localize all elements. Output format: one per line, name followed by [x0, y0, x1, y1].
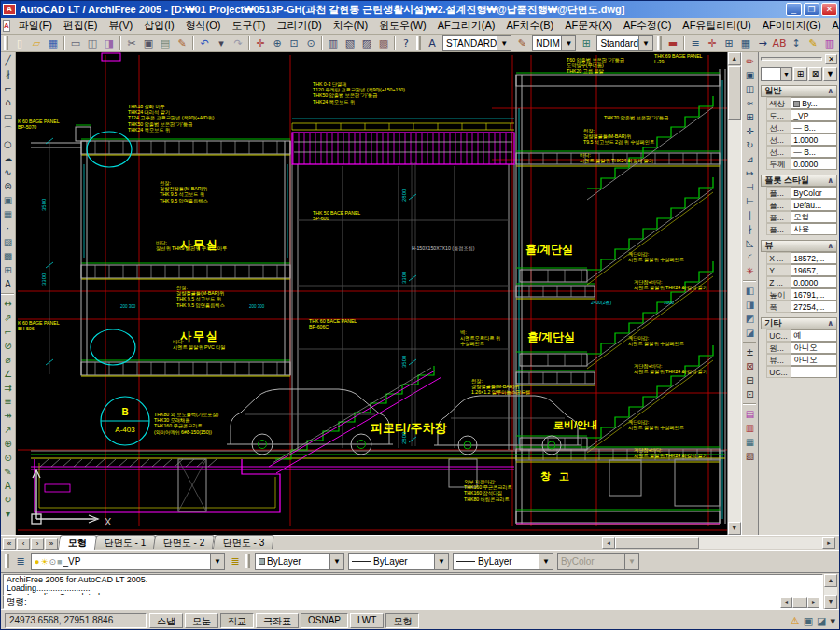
copy-button[interactable]: ▣ — [140, 35, 157, 51]
chevron-down-icon[interactable]: ▼ — [497, 36, 511, 50]
menu-item-AF이미지G[interactable]: AF이미지(G) — [757, 18, 827, 34]
scrollbar-thumb[interactable] — [728, 66, 741, 120]
text-style-combo[interactable]: STANDARD ▼ — [442, 35, 511, 51]
dim-diameter-button[interactable]: ⌀ — [1, 353, 15, 367]
dim-style-button[interactable]: ▾ — [1, 507, 15, 521]
scrollbar-thumb[interactable] — [615, 537, 699, 549]
revision-button[interactable]: ⊡ — [742, 387, 757, 401]
af-screen-button[interactable]: ▬ — [665, 35, 681, 51]
match-properties-button[interactable]: ✎ — [174, 35, 190, 51]
revcloud-button[interactable]: ☁ — [1, 151, 15, 165]
menu-item-그리기D[interactable]: 그리기(D) — [272, 18, 328, 34]
chevron-up-icon[interactable]: ∧ — [827, 176, 833, 185]
scrollbar-thumb[interactable] — [792, 597, 807, 608]
toggle-pickadd-button[interactable]: ▼ — [823, 67, 837, 81]
break-point-button[interactable]: ∣ — [742, 208, 757, 222]
table-button[interactable]: ⊞ — [1, 263, 15, 277]
scroll-right-icon[interactable]: ▸ — [822, 537, 835, 549]
draworder-front-button[interactable]: ◧ — [742, 284, 757, 298]
scale-button[interactable]: ⊿ — [742, 152, 757, 166]
af-tool1-button[interactable]: ▤ — [742, 407, 757, 421]
palette-section-header[interactable]: 뷰∧ — [761, 240, 837, 252]
command-hscroll[interactable]: ◂ ▸ — [780, 597, 819, 608]
command-scrollbar[interactable]: ▲ ▼ — [824, 574, 837, 609]
point-button[interactable]: · — [1, 221, 15, 235]
menu-item-편집E[interactable]: 편집(E) — [58, 18, 104, 34]
chevron-up-icon[interactable]: ∧ — [827, 319, 833, 328]
dim-aligned-button[interactable]: ⇗ — [1, 311, 15, 325]
rotate-button[interactable]: ↻ — [742, 138, 757, 152]
menu-item-파일F[interactable]: 파일(F) — [13, 18, 58, 34]
quick-select-button[interactable]: ⊞ — [793, 67, 807, 81]
menu-item-AF치수B[interactable]: AF치수(B) — [501, 18, 560, 34]
measure-button[interactable]: ⊟ — [742, 373, 757, 387]
plot-button[interactable]: ▭ — [67, 35, 84, 51]
af-layer-button[interactable]: ≡ — [687, 35, 704, 51]
layout-tab-단면도-3[interactable]: 단면도 - 3 — [213, 535, 275, 549]
designcenter-button[interactable]: ▧ — [342, 35, 358, 51]
undo-button[interactable]: ↶ — [196, 35, 213, 51]
table-style-combo[interactable]: Standard ▼ — [596, 35, 653, 51]
chevron-up-icon[interactable]: ∧ — [827, 87, 833, 95]
calc-button[interactable]: ± — [742, 345, 757, 359]
scroll-down-icon[interactable]: ▼ — [824, 595, 837, 609]
tab-nav-button-1[interactable]: ‹ — [17, 538, 30, 550]
center-mark-button[interactable]: ⊙ — [1, 451, 15, 465]
pan-button[interactable]: ✛ — [252, 35, 269, 51]
ellipse-button[interactable]: ⊜ — [1, 179, 15, 193]
drawing-canvas[interactable]: 사무실사무실홀/계단실홀/계단실피로티/주차장로비/안내창 고BA-403THK… — [16, 52, 727, 535]
property-value[interactable]: 16791,... — [791, 288, 837, 301]
communication-center-icon[interactable]: ⚠ — [791, 615, 800, 627]
stretch-button[interactable]: ↦ — [742, 166, 757, 180]
scroll-up-icon[interactable]: ▲ — [728, 52, 741, 65]
property-value[interactable]: By... — [791, 97, 837, 109]
hatch-button[interactable]: ▨ — [1, 235, 15, 249]
manage-xrefs-icon[interactable]: ▣ — [804, 615, 813, 627]
move-button[interactable]: ✛ — [742, 124, 757, 138]
clean-screen-icon[interactable]: ◪ — [817, 615, 826, 627]
menu-item-치수N[interactable]: 치수(N) — [328, 18, 373, 34]
dim-angular-button[interactable]: ∠ — [1, 367, 15, 381]
help-button[interactable]: ? — [398, 35, 414, 51]
command-history[interactable]: ArchiFree 2005 for AutoCAD LT 2005.Loadi… — [3, 574, 823, 596]
copy-object-button[interactable]: ▣ — [742, 68, 757, 82]
command-prompt[interactable]: 명령: ◂ ▸ — [3, 596, 823, 609]
extend-button[interactable]: ⊢ — [742, 194, 757, 208]
af-tool3-button[interactable]: ▦ — [742, 435, 757, 449]
status-menu-arrow[interactable]: ▾ — [830, 615, 835, 627]
af-hatch-button[interactable]: ▦ — [737, 35, 754, 51]
layout-tab-단면도-1[interactable]: 단면도 - 1 — [94, 535, 157, 549]
toggle-스냅[interactable]: 스냅 — [149, 613, 183, 628]
dim-edit-button[interactable]: ✎ — [1, 465, 15, 479]
property-value[interactable]: 모형 — [791, 211, 837, 223]
tab-nav-button-2[interactable]: › — [31, 538, 44, 550]
layout-tab-단면도-2[interactable]: 단면도 - 2 — [153, 535, 216, 549]
horizontal-scrollbar[interactable]: ◂ ▸ — [602, 537, 835, 549]
polyline-button[interactable]: ⌐ — [1, 81, 15, 95]
chevron-up-icon[interactable]: ∧ — [827, 242, 833, 250]
layer-manager-icon[interactable]: ≣ — [12, 553, 29, 569]
dim-update-button[interactable]: ↻ — [1, 493, 15, 507]
maximize-button[interactable]: ❐ — [804, 3, 819, 16]
palette-section-header[interactable]: 기타∧ — [761, 317, 837, 329]
dim-text-edit-button[interactable]: A — [1, 479, 15, 493]
save-button[interactable]: ▦ — [45, 35, 62, 51]
toggle-모눈[interactable]: 모눈 — [185, 613, 218, 628]
palette-section-header[interactable]: 플롯 스타일∧ — [761, 175, 837, 187]
dim-baseline-button[interactable]: ≡ — [1, 395, 15, 409]
make-block-button[interactable]: ▦ — [1, 207, 15, 221]
close-button[interactable]: ✕ — [821, 3, 837, 16]
property-value[interactable]: — B... — [791, 121, 837, 133]
rectangle-button[interactable]: ▭ — [1, 109, 15, 123]
property-value[interactable]: 아니오 — [791, 354, 837, 366]
menu-item-형식O[interactable]: 형식(O) — [180, 18, 227, 34]
chevron-down-icon[interactable]: ▼ — [210, 554, 224, 569]
toggle-직교[interactable]: 직교 — [220, 613, 254, 628]
quick-dim-button[interactable]: ⇉ — [1, 381, 15, 395]
mirror-button[interactable]: ◫ — [742, 82, 757, 96]
chevron-down-icon[interactable]: ▼ — [780, 68, 791, 80]
chevron-down-icon[interactable]: ▼ — [329, 554, 343, 569]
menu-item-AF유틸리티U[interactable]: AF유틸리티(U) — [677, 18, 756, 34]
array-button[interactable]: ⊞ — [742, 110, 757, 124]
tab-nav-button-3[interactable]: » — [45, 538, 58, 550]
